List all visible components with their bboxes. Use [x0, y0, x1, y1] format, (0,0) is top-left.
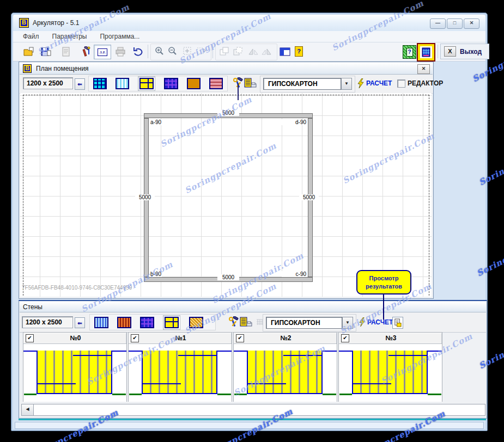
zoom-out-button[interactable]: [166, 45, 179, 58]
plan-material-select[interactable]: ГИПСОКАРТОН: [263, 78, 341, 90]
tools-annotation-line: [238, 83, 239, 100]
plan-calc-button[interactable]: РАСЧЕТ: [366, 79, 392, 87]
restore-button[interactable]: □: [447, 19, 463, 29]
pattern-blue-stripes-button[interactable]: [94, 317, 108, 328]
menu-parameters[interactable]: Параметры: [52, 33, 87, 40]
walls-size-value: 1200 x 2500: [26, 318, 62, 326]
help-button[interactable]: ?: [292, 45, 306, 58]
wall-panel-3: ✔ №3: [338, 332, 442, 402]
teal-divider: [19, 419, 486, 420]
close-button[interactable]: ✕: [464, 19, 479, 29]
window-title: Аркулятор - 5.1: [33, 19, 79, 27]
wall-drawing[interactable]: [234, 344, 337, 402]
corner-br: c-90: [282, 271, 307, 277]
pan-button-disabled: [194, 45, 208, 58]
sheet-joint: [388, 355, 427, 356]
status-bar: [14, 421, 485, 429]
panels-layout-button[interactable]: [278, 45, 292, 58]
tools-button[interactable]: [78, 45, 92, 58]
scroll-left-icon: ◀: [26, 407, 29, 412]
open-folder-icon: [23, 47, 34, 57]
plan-material-group: ГИПСОКАРТОН ▼: [260, 76, 355, 93]
plan-size-apply-button[interactable]: ⇐: [75, 78, 85, 90]
plan-title: План помещения: [36, 65, 89, 72]
editor-toggle-box[interactable]: [397, 79, 405, 88]
dim-right: 5000: [299, 194, 319, 200]
walls-horizontal-scrollbar[interactable]: ◀: [21, 404, 485, 416]
callout-leader-line: [383, 292, 384, 320]
view-results-callout: Просмотр результатов: [356, 270, 411, 294]
wall-panel-label: №3: [349, 334, 433, 342]
menu-bar: Файл Параметры Программа...: [13, 31, 485, 42]
menu-program[interactable]: Программа...: [100, 33, 139, 40]
pattern-blue-grid-button[interactable]: [140, 317, 154, 328]
sheet-joint: [353, 383, 391, 384]
building-list-icon: [240, 317, 253, 328]
plan-close-button[interactable]: ✕: [417, 64, 430, 74]
screenshot-stage: Soringpcrepair.Com Soringpcrepair.Com So…: [0, 0, 504, 442]
app-window: B Аркулятор - 5.1 — □ ✕ Файл Параметры П…: [11, 13, 488, 431]
dropdown-arrow-icon[interactable]: ▼: [341, 78, 352, 90]
plan-toolbar: 1200 x 2500 ⇐: [20, 75, 433, 94]
wall-panel-1: ✔ №1: [128, 332, 232, 402]
quick-help-button[interactable]: ?: [403, 45, 416, 59]
hammer-icon: [80, 46, 91, 57]
wall-drawing[interactable]: [339, 344, 442, 402]
wall-baseline: [323, 394, 336, 395]
pattern-red-stripes-button[interactable]: [117, 317, 131, 328]
plan-size-value: 1200 x 2500: [27, 79, 63, 87]
pattern-yellow-selected[interactable]: [138, 76, 155, 91]
flip-vertical-button-disabled: [259, 45, 273, 58]
view-results-button[interactable]: [392, 317, 403, 329]
pattern-pink-stripes-button[interactable]: [209, 78, 223, 89]
open-button[interactable]: [22, 45, 35, 58]
save-button[interactable]: [39, 45, 53, 58]
wall-sheets: [37, 351, 112, 394]
plan-canvas[interactable]: 5000 5000 5000 5000 a-90 d-90 b-90 c-90 …: [20, 93, 432, 297]
wall-checkbox[interactable]: ✔: [236, 334, 244, 342]
measure-button[interactable]: .1.2.: [94, 45, 111, 59]
walls-title-bar: Стены: [20, 302, 486, 312]
plan-size-input[interactable]: 1200 x 2500: [23, 77, 73, 89]
wall-checkbox[interactable]: ✔: [131, 334, 139, 342]
scroll-left-button[interactable]: ◀: [22, 404, 34, 415]
wall-checkbox[interactable]: ✔: [341, 334, 349, 342]
undo-button[interactable]: [131, 45, 144, 58]
wall-baseline: [112, 394, 126, 395]
pattern-orange-hatch-button[interactable]: [189, 317, 203, 328]
exit-button[interactable]: X Выход: [440, 44, 489, 59]
wall-drawing[interactable]: [23, 344, 126, 402]
pattern-cyan-stripes-button[interactable]: [116, 78, 129, 89]
wall-panel-label: №0: [34, 334, 117, 342]
dropdown-arrow-icon[interactable]: ▼: [342, 317, 353, 329]
plan-editor-button[interactable]: РЕДАКТОР: [408, 79, 443, 87]
wall-sheets: [142, 351, 217, 394]
wall-panel-0: ✔ №0: [23, 332, 127, 402]
wall-checkbox[interactable]: ✔: [26, 334, 34, 342]
question-icon: ?: [406, 48, 413, 57]
minimize-button[interactable]: —: [430, 19, 446, 29]
pattern-cyan-grid-button[interactable]: [93, 78, 107, 89]
corner-tl: a-90: [150, 119, 162, 125]
pattern-yellow-selected[interactable]: [163, 315, 180, 330]
plan-title-bar: B План помещения ✕: [20, 63, 433, 75]
menu-file[interactable]: Файл: [23, 33, 39, 40]
wall-drawing[interactable]: [129, 344, 232, 402]
pattern-orange-button[interactable]: [187, 78, 201, 89]
title-bar: B Аркулятор - 5.1 — □ ✕: [13, 15, 485, 31]
walls-calc-button[interactable]: РАСЧЕТ: [367, 318, 393, 326]
walls-material-select[interactable]: ГИПСОКАРТОН: [266, 317, 342, 329]
walls-report-button[interactable]: [239, 315, 253, 329]
walls-size-apply-button[interactable]: ⇐: [75, 317, 85, 328]
measure-icon: .1.2.: [98, 48, 107, 56]
walls-tools-button[interactable]: [227, 315, 240, 329]
wall-baseline: [129, 394, 142, 395]
walls-view-button[interactable]: [417, 43, 435, 62]
pattern-blue-grid-button[interactable]: [164, 78, 178, 89]
overlap-squares-icon: [219, 46, 230, 57]
pattern-yellow-panel-button: [139, 78, 154, 89]
sheet-joint: [38, 383, 76, 384]
plan-report-button[interactable]: [244, 76, 257, 90]
walls-size-input[interactable]: 1200 x 2500: [22, 316, 73, 328]
zoom-in-button[interactable]: [153, 45, 166, 58]
